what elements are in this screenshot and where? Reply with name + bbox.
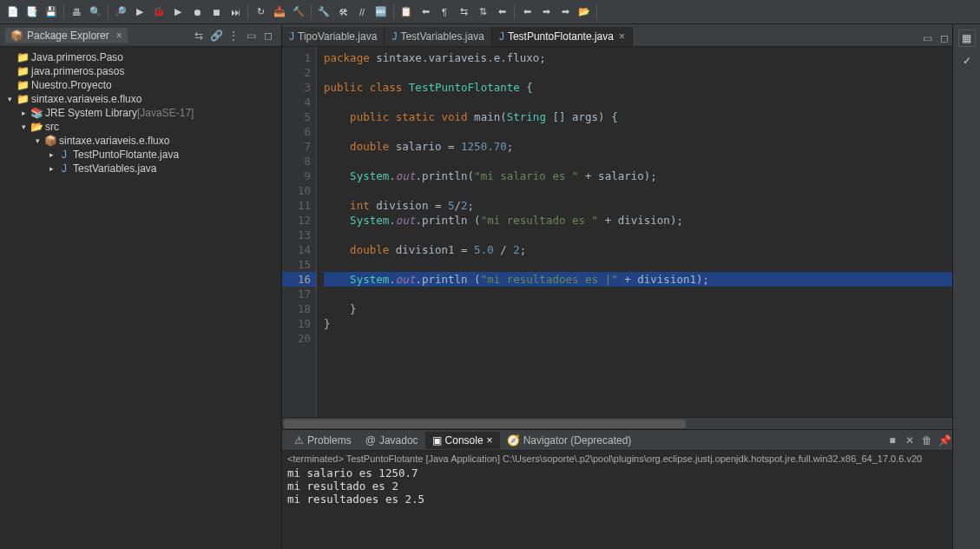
close-icon[interactable]: ×	[619, 30, 625, 43]
package-explorer-icon: 📦	[10, 30, 23, 42]
bottom-tab[interactable]: @Javadoc	[358, 432, 425, 449]
folder-icon: 📁	[16, 51, 30, 63]
project-tree[interactable]: 📁Java.primeros.Paso📁java.primeros.pasos📁…	[0, 47, 281, 549]
tree-item[interactable]: ▸JTestPuntoFlotante.java	[0, 148, 281, 162]
folder-icon: 📁	[16, 65, 30, 77]
maximize-icon[interactable]: ◻	[260, 28, 276, 43]
java-file-icon: J	[499, 30, 504, 43]
maximize-editor-icon[interactable]: ◻	[937, 30, 952, 46]
bottom-tab[interactable]: 🧭Navigator (Deprecated)	[500, 432, 639, 449]
toolbar-button-7[interactable]: 🐞	[150, 3, 168, 21]
package-explorer-view: 📦 Package Explorer × ⇆ 🔗 ⋮ ▭ ◻ 📁Java.pri…	[0, 24, 282, 549]
tab-icon: @	[365, 434, 376, 446]
task-list-icon[interactable]: ✓	[958, 52, 976, 69]
tab-label: Console	[445, 434, 483, 446]
tree-item[interactable]: ▾📦sintaxe.variaveis.e.fluxo	[0, 134, 281, 148]
console-output[interactable]: mi salario es 1250.7 mi resultado es 2 m…	[282, 466, 952, 549]
main-toolbar: 📄📑💾🖶🔍🔎▶🐞▶⏺⏹⏭↻📥🔨🔧🛠//🔤📋⬅¶⇆⇅⬅⬅➡➡📂	[0, 0, 980, 24]
toolbar-button-6[interactable]: ▶	[131, 3, 148, 21]
bottom-tab[interactable]: ⚠Problems	[287, 432, 358, 449]
toolbar-button-28[interactable]: 📂	[576, 3, 593, 21]
folder-icon: 📁	[16, 79, 30, 91]
right-toolbar: ▦ ✓	[952, 24, 980, 549]
toolbar-button-15[interactable]: 🔧	[315, 3, 332, 21]
java-file-icon: J	[57, 162, 71, 175]
minimize-editor-icon[interactable]: ▭	[919, 30, 935, 46]
toolbar-button-8[interactable]: ▶	[169, 3, 187, 21]
toolbar-button-3[interactable]: 🖶	[68, 3, 85, 21]
java-file-icon: J	[289, 30, 294, 43]
tree-item[interactable]: ▸JTestVariables.java	[0, 162, 281, 175]
java-file-icon: J	[391, 30, 397, 43]
tree-item[interactable]: 📁Nuestro.Proyecto	[0, 78, 281, 92]
toolbar-button-9[interactable]: ⏺	[188, 3, 206, 21]
toolbar-button-16[interactable]: 🛠	[334, 3, 352, 21]
toolbar-button-20[interactable]: ⬅	[417, 3, 434, 21]
tree-item-label: java.primeros.pasos	[31, 65, 124, 77]
toolbar-button-25[interactable]: ⬅	[518, 3, 536, 21]
editor-tab[interactable]: JTestVariables.java	[385, 27, 492, 46]
close-icon[interactable]: ×	[487, 434, 493, 446]
tree-item[interactable]: ▸📚JRE System Library [JavaSE-17]	[0, 106, 281, 120]
toolbar-button-23[interactable]: ⇅	[474, 3, 491, 21]
tree-item-label: TestPuntoFlotante.java	[73, 149, 179, 161]
tab-label: TestPuntoFlotante.java	[508, 30, 614, 43]
tab-label: Navigator (Deprecated)	[523, 434, 632, 446]
console-header: <terminated> TestPuntoFlotante [Java App…	[282, 451, 952, 466]
toolbar-button-27[interactable]: ➡	[556, 3, 574, 21]
tab-icon: 🧭	[507, 434, 520, 446]
toolbar-button-0[interactable]: 📄	[4, 3, 22, 21]
tree-item-label: Nuestro.Proyecto	[31, 79, 112, 91]
tab-label: Javadoc	[379, 434, 418, 446]
bottom-tab[interactable]: ▣Console ×	[425, 432, 500, 449]
toolbar-button-2[interactable]: 💾	[43, 3, 60, 21]
view-menu-icon[interactable]: ⋮	[226, 28, 241, 43]
toolbar-button-12[interactable]: ↻	[252, 3, 269, 21]
collapse-all-icon[interactable]: ⇆	[191, 28, 207, 43]
tree-item-label: sintaxe.variaveis.e.fluxo	[31, 93, 141, 105]
folder-icon: 📂	[30, 121, 43, 133]
java-file-icon: J	[57, 149, 71, 161]
toolbar-button-19[interactable]: 📋	[398, 3, 415, 21]
console-clear-icon[interactable]: 🗑	[919, 433, 935, 448]
code-area[interactable]: package sintaxe.variaveis.e.fluxo;public…	[317, 47, 952, 417]
tree-item[interactable]: 📁Java.primeros.Paso	[0, 50, 281, 64]
folder-icon: 📦	[43, 135, 57, 147]
toolbar-button-18[interactable]: 🔤	[372, 3, 390, 21]
tree-item[interactable]: ▾📂src	[0, 120, 281, 134]
console-pin-icon[interactable]: 📌	[937, 433, 952, 448]
folder-icon: 📚	[30, 107, 43, 119]
minimize-icon[interactable]: ▭	[243, 28, 259, 43]
tab-label: TipoVariable.java	[298, 30, 377, 43]
toolbar-button-13[interactable]: 📥	[271, 3, 288, 21]
tree-item-label: JRE System Library	[45, 107, 137, 119]
toolbar-button-21[interactable]: ¶	[436, 3, 453, 21]
tab-icon: ▣	[432, 434, 442, 446]
tree-item[interactable]: ▾📁sintaxe.variaveis.e.fluxo	[0, 92, 281, 106]
tree-item-label: TestVariables.java	[73, 162, 157, 175]
toolbar-button-22[interactable]: ⇆	[455, 3, 472, 21]
toolbar-button-24[interactable]: ⬅	[493, 3, 510, 21]
editor-tab[interactable]: JTipoVariable.java	[282, 27, 385, 46]
toolbar-button-26[interactable]: ➡	[537, 3, 555, 21]
tab-label: TestVariables.java	[400, 30, 484, 43]
console-stop-icon[interactable]: ■	[885, 433, 900, 448]
tree-item-label: sintaxe.variaveis.e.fluxo	[59, 135, 169, 147]
console-remove-icon[interactable]: ✕	[902, 433, 918, 448]
folder-icon: 📁	[16, 93, 30, 105]
editor-tab[interactable]: JTestPuntoFlotante.java×	[492, 27, 633, 46]
close-icon[interactable]: ×	[116, 30, 122, 42]
outline-icon[interactable]: ▦	[958, 30, 976, 47]
link-editor-icon[interactable]: 🔗	[208, 28, 224, 43]
code-editor[interactable]: 1234567891011121314151617181920 package …	[282, 47, 952, 417]
tab-label: Problems	[307, 434, 352, 446]
toolbar-button-4[interactable]: 🔍	[87, 3, 104, 21]
toolbar-button-1[interactable]: 📑	[23, 3, 41, 21]
toolbar-button-14[interactable]: 🔨	[290, 3, 307, 21]
tree-item[interactable]: 📁java.primeros.pasos	[0, 64, 281, 78]
toolbar-button-17[interactable]: //	[353, 3, 371, 21]
toolbar-button-10[interactable]: ⏹	[207, 3, 225, 21]
horizontal-scrollbar[interactable]	[282, 417, 952, 429]
toolbar-button-11[interactable]: ⏭	[227, 3, 244, 21]
toolbar-button-5[interactable]: 🔎	[112, 3, 129, 21]
